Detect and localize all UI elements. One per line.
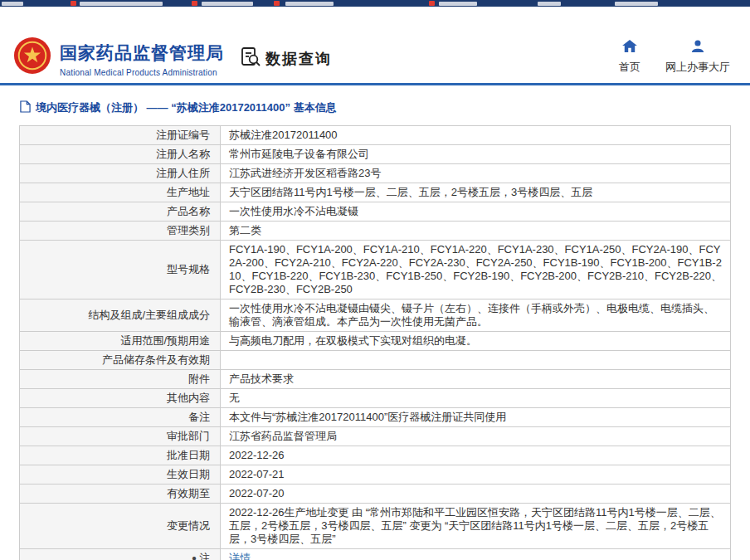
row-label: ●注 — [20, 549, 221, 560]
row-value: 第二类 — [221, 222, 730, 240]
row-label: 注册证编号 — [20, 126, 221, 144]
row-value — [221, 351, 730, 369]
table-row: 注册证编号苏械注准20172011400 — [20, 126, 730, 145]
row-label: 变更情况 — [20, 504, 221, 548]
table-row: 型号规格FCY1A-190、FCY1A-200、FCY1A-210、FCY1A-… — [20, 241, 730, 299]
row-value: 一次性使用水冷不沾电凝镊 — [221, 202, 730, 221]
table-row: 备注本文件与“苏械注准20172011400”医疗器械注册证共同使用 — [20, 408, 730, 427]
row-value: 详情 — [221, 549, 730, 560]
row-label: 附件 — [20, 370, 221, 388]
table-row: 批准日期2022-12-26 — [20, 446, 730, 465]
row-label: 型号规格 — [20, 241, 221, 299]
row-value: 江苏武进经济开发区稻香路23号 — [221, 164, 730, 183]
row-value: 天宁区团结路11号内1号楼一层、二层、五层，2号楼五层，3号楼四层、五层 — [221, 183, 730, 202]
table-row: 结构及组成/主要组成成分一次性使用水冷不沾电凝镊由镊尖、镊子片（左右）、连接件（… — [20, 299, 730, 332]
table-row: ●注详情 — [20, 549, 730, 560]
table-row: 产品储存条件及有效期 — [20, 351, 730, 370]
topbar-text-fragment — [202, 2, 253, 6]
row-value: 江苏省药品监督管理局 — [221, 427, 730, 446]
row-value: 本文件与“苏械注准20172011400”医疗器械注册证共同使用 — [221, 408, 730, 426]
header-divider — [0, 83, 750, 85]
nav-service-hall[interactable]: 网上办事大厅 — [665, 40, 730, 75]
topbar-text-fragment — [80, 2, 163, 6]
nav-hall-label: 网上办事大厅 — [665, 60, 730, 75]
row-value: 产品技术要求 — [221, 370, 730, 388]
info-table: 注册证编号苏械注准20172011400注册人名称常州市延陵电子设备有限公司注册… — [19, 125, 731, 560]
topbar-text-fragment — [285, 2, 334, 6]
table-row: 产品名称一次性使用水冷不沾电凝镊 — [20, 202, 730, 222]
breadcrumb: 境内医疗器械（注册） —— “苏械注准20172011400” 基本信息 — [20, 100, 750, 115]
row-label: 有效期至 — [20, 485, 221, 503]
row-value: 与高频电刀配用，在双极模式下实现对组织的电凝。 — [221, 332, 730, 350]
row-value: FCY1A-190、FCY1A-200、FCY1A-210、FCY1A-220、… — [221, 241, 730, 299]
data-query-tab[interactable]: 数据查询 — [240, 46, 332, 71]
table-row: 注册人住所江苏武进经济开发区稻香路23号 — [20, 164, 730, 183]
row-label: 产品储存条件及有效期 — [20, 351, 221, 369]
topbar-app-icon — [429, 1, 435, 6]
table-row: 其他内容无 — [20, 389, 730, 408]
row-label: 审批部门 — [20, 427, 221, 446]
table-row: 生产地址天宁区团结路11号内1号楼一层、二层、五层，2号楼五层，3号楼四层、五层 — [20, 183, 730, 202]
row-label: 生产地址 — [20, 183, 221, 202]
row-value: 常州市延陵电子设备有限公司 — [221, 145, 730, 163]
nav-home[interactable]: 首页 — [619, 40, 640, 75]
row-label: 结构及组成/主要组成成分 — [20, 299, 221, 331]
document-icon — [20, 100, 31, 115]
home-icon — [622, 40, 637, 56]
header-nav: 首页 网上办事大厅 — [619, 40, 730, 75]
data-query-icon — [240, 46, 261, 71]
table-row: 管理类别第二类 — [20, 222, 730, 241]
data-query-label: 数据查询 — [265, 49, 332, 69]
table-row: 变更情况2022-12-26生产地址变更 由 “常州市郑陆和平工业园区恒安路，天… — [20, 504, 730, 549]
details-link[interactable]: 详情 — [229, 552, 251, 560]
org-name-cn: 国家药品监督管理局 — [60, 41, 224, 65]
topbar-text-fragment — [439, 2, 477, 6]
row-value: 2022-12-26生产地址变更 由 “常州市郑陆和平工业园区恒安路，天宁区团结… — [221, 504, 730, 548]
row-label: 适用范围/预期用途 — [20, 332, 221, 350]
table-row: 注册人名称常州市延陵电子设备有限公司 — [20, 145, 730, 164]
nmpa-emblem-icon — [13, 37, 51, 75]
row-label: 批准日期 — [20, 446, 221, 465]
site-header: 国家药品监督管理局 National Medical Products Admi… — [0, 7, 750, 83]
table-row: 适用范围/预期用途与高频电刀配用，在双极模式下实现对组织的电凝。 — [20, 332, 730, 351]
row-label: 备注 — [20, 408, 221, 426]
row-value: 无 — [221, 389, 730, 407]
topbar-app-icon — [192, 1, 197, 6]
row-value: 2022-07-20 — [221, 485, 730, 503]
org-name-en: National Medical Products Administration — [60, 68, 224, 77]
topbar-text-fragment — [538, 2, 561, 6]
topbar-text-fragment — [2, 2, 23, 6]
topbar-app-icon — [274, 1, 280, 6]
table-row: 附件产品技术要求 — [20, 370, 730, 389]
row-value: 2022-12-26 — [221, 446, 730, 465]
row-label: 其他内容 — [20, 389, 221, 407]
org-title-block: 国家药品监督管理局 National Medical Products Admi… — [60, 41, 224, 77]
row-value: 苏械注准20172011400 — [221, 126, 730, 144]
row-label: 产品名称 — [20, 202, 221, 221]
nmpa-logo[interactable] — [13, 37, 51, 75]
table-row: 审批部门江苏省药品监督管理局 — [20, 427, 730, 446]
topbar-text-fragment — [615, 2, 658, 6]
row-label: 生效日期 — [20, 465, 221, 484]
topbar — [0, 0, 750, 7]
note-icon: ● — [192, 552, 197, 560]
user-icon — [690, 40, 705, 56]
nav-home-label: 首页 — [619, 60, 640, 75]
table-row: 生效日期2022-07-21 — [20, 465, 730, 485]
row-label: 注册人住所 — [20, 164, 221, 183]
row-value: 一次性使用水冷不沾电凝镊由镊尖、镊子片（左右）、连接件（手柄或外壳）、电极电缆、… — [221, 299, 730, 331]
topbar-app-icon — [71, 1, 76, 6]
breadcrumb-text: 境内医疗器械（注册） —— “苏械注准20172011400” 基本信息 — [36, 100, 337, 115]
row-label: 注册人名称 — [20, 145, 221, 163]
row-label: 管理类别 — [20, 222, 221, 240]
table-row: 有效期至2022-07-20 — [20, 485, 730, 504]
row-value: 2022-07-21 — [221, 465, 730, 484]
